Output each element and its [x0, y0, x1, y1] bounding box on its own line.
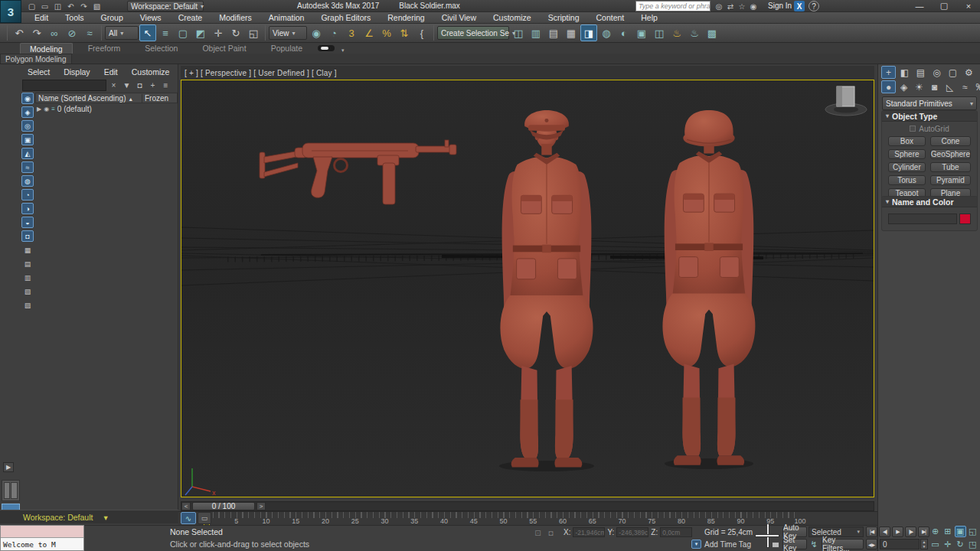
add-time-tag[interactable]: ▾ Add Time Tag [691, 540, 751, 549]
mirror-icon[interactable]: ◫ [510, 24, 527, 41]
menu-item[interactable]: Views [132, 12, 170, 24]
selection-filter-dropdown[interactable]: All [105, 26, 139, 40]
ribbon-tab[interactable]: Freeform [79, 43, 130, 54]
viewport-layout-tabs-icon[interactable] [2, 480, 20, 501]
render-production-icon[interactable]: ♨ [668, 24, 685, 41]
curve-editor-icon[interactable]: ◨ [580, 24, 597, 41]
primitive-button[interactable]: Sphere [888, 149, 926, 159]
project-folder-icon[interactable]: ▧ [91, 1, 103, 12]
display-tab-icon[interactable]: ▢ [946, 66, 960, 79]
edit-named-selection-sets-icon[interactable]: { [413, 24, 430, 41]
display-helpers-icon[interactable]: ◭ [21, 148, 34, 159]
lights-category-icon[interactable]: ☀ [912, 80, 926, 93]
selection-range-button[interactable]: ▭ [198, 512, 211, 524]
frame-spinner[interactable]: ▲▼ [920, 539, 928, 549]
previous-frame-button[interactable]: ◀| [879, 527, 890, 537]
select-and-move-icon[interactable]: ✛ [210, 24, 227, 41]
y-coordinate-field[interactable]: -246,389cm [616, 527, 648, 537]
object-name-input[interactable] [888, 214, 957, 224]
filter-icon[interactable]: ▼ [121, 79, 132, 91]
ribbon-tab[interactable]: Modeling [20, 43, 73, 54]
open-file-icon[interactable]: ▭ [39, 1, 51, 12]
name-and-color-header[interactable]: Name and Color [882, 197, 977, 207]
minimize-button[interactable]: — [910, 1, 929, 11]
hierarchy-tab-icon[interactable]: ▤ [913, 66, 928, 79]
explorer-menu-item[interactable]: Edit [98, 67, 124, 77]
menu-item[interactable]: Graph Editors [312, 12, 379, 24]
help-icon[interactable]: ? [808, 1, 819, 11]
menu-item[interactable]: Edit [26, 12, 57, 24]
set-key-button[interactable]: Set Key [782, 539, 807, 549]
polygon-modeling-panel[interactable]: Polygon Modeling [0, 54, 72, 64]
create-tab-icon[interactable]: + [881, 66, 896, 79]
favorites-icon[interactable]: ☆ [737, 1, 747, 11]
selection-lock-icon[interactable]: ◘ [546, 528, 556, 538]
percent-snap-icon[interactable]: % [378, 24, 395, 41]
lock-explorer-icon[interactable]: ◘ [134, 79, 145, 91]
bind-to-spacewarp-icon[interactable]: ≈ [81, 24, 98, 41]
named-selection-set-dropdown[interactable]: Create Selection Se [437, 26, 509, 40]
layer-name[interactable]: 0 (default) [57, 105, 92, 113]
menu-item[interactable]: Scripting [540, 12, 588, 24]
display-materials-icon[interactable]: ◘ [21, 230, 34, 242]
autogrid-checkbox[interactable] [910, 126, 916, 132]
geometry-category-icon[interactable]: ● [881, 80, 896, 93]
helpers-category-icon[interactable]: ◺ [942, 80, 957, 93]
display-shapes-icon[interactable]: ◈ [21, 106, 34, 118]
set-key-mode-icon[interactable]: ↯ [808, 539, 819, 549]
search-options-icon[interactable]: ◎ [714, 1, 724, 11]
play-button[interactable]: ▶ [892, 527, 903, 537]
community-icon[interactable]: ⇄ [725, 1, 736, 11]
modify-tab-icon[interactable]: ◧ [897, 66, 912, 79]
new-file-icon[interactable]: ▢ [26, 1, 38, 12]
explorer-menu-item[interactable]: Display [57, 67, 96, 77]
go-to-end-button[interactable]: ▶| [918, 527, 929, 537]
workspace-bar[interactable]: Workspace: Default ▾ [0, 510, 178, 523]
key-mode-toggle-icon[interactable]: ◀▶ [866, 539, 877, 549]
rendered-frame-icon[interactable]: ◫ [651, 24, 668, 41]
snap-toggle-3d-icon[interactable]: 3 [343, 24, 360, 41]
perspective-viewport[interactable]: x [181, 80, 874, 497]
viewport-label[interactable]: [ + ] [ Perspective ] [ User Defined ] [… [181, 69, 337, 77]
expand-icon[interactable]: ▶ [37, 106, 41, 112]
primitive-button[interactable]: Cone [930, 136, 971, 146]
macro-recorder-pane[interactable] [1, 526, 83, 538]
find-next-icon[interactable]: ▨ [21, 299, 34, 311]
zoom-region-icon[interactable]: ▭ [929, 539, 941, 550]
search-input[interactable]: Type a keyword or phrase [635, 1, 710, 11]
z-coordinate-field[interactable]: 0,0cm [660, 527, 692, 537]
ribbon-tab[interactable]: Object Paint [193, 43, 255, 54]
menu-item[interactable]: Modifiers [211, 12, 260, 24]
exchange-apps-icon[interactable]: X [794, 1, 805, 11]
next-frame-arrow[interactable]: > [256, 502, 266, 510]
display-xrefs-icon[interactable]: ◔ [21, 189, 34, 201]
object-color-swatch[interactable] [959, 214, 971, 224]
track-bar[interactable]: 0510152025303540455055606570758085909510… [178, 511, 877, 525]
go-to-start-button[interactable]: |◀ [866, 527, 877, 537]
schematic-view-icon[interactable]: ◍ [598, 24, 615, 41]
x-coordinate-field[interactable]: -21,946cm [573, 527, 605, 537]
select-object-icon[interactable]: ↖ [139, 24, 156, 41]
maximize-button[interactable]: ▢ [934, 1, 954, 11]
zoom-all-icon[interactable]: ⊞ [942, 526, 953, 537]
redo-history-icon[interactable]: ↷ [78, 1, 90, 12]
select-and-link-icon[interactable]: ∞ [46, 24, 63, 41]
spinner-snap-icon[interactable]: ⇅ [396, 24, 413, 41]
current-frame-field[interactable]: 0 [880, 539, 920, 549]
3dsmax-logo-icon[interactable]: 3 [0, 0, 21, 23]
window-crossing-icon[interactable]: ◩ [192, 24, 209, 41]
zoom-extents-icon[interactable]: ▣ [955, 526, 966, 537]
object-type-header[interactable]: Object Type [882, 111, 977, 122]
maximize-viewport-icon[interactable]: ◳ [967, 539, 978, 550]
angle-snap-icon[interactable]: ∠ [361, 24, 377, 41]
primitive-button[interactable]: Pyramid [930, 175, 971, 185]
select-and-manipulate-icon[interactable]: ◔ [325, 24, 342, 41]
isolate-selection-icon[interactable]: ⊡ [533, 528, 543, 538]
display-lights-icon[interactable]: ◎ [21, 120, 34, 132]
redo-icon[interactable]: ↷ [28, 24, 45, 41]
render-setup-icon[interactable]: ▣ [633, 24, 650, 41]
primitive-category-dropdown[interactable]: Standard Primitives [882, 96, 977, 110]
maxscript-mini-listener[interactable]: Welcome to M [0, 525, 84, 551]
select-by-name-icon[interactable]: ≡ [157, 24, 174, 41]
layer-mode-icon[interactable]: ≡ [160, 79, 172, 91]
